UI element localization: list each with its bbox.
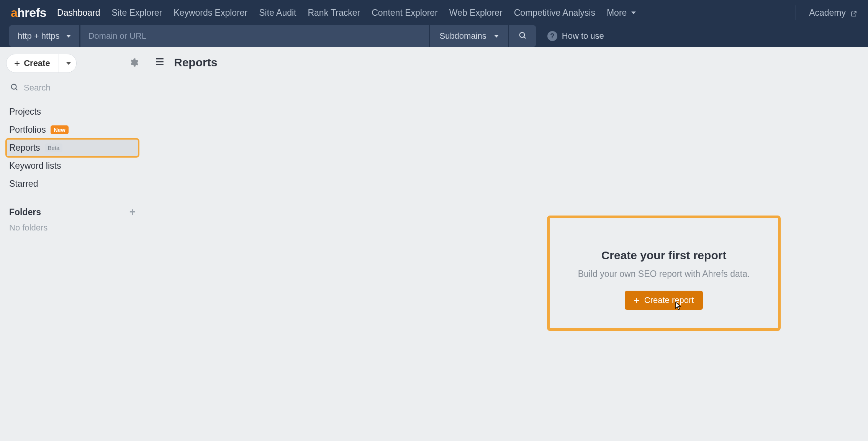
nav-dashboard[interactable]: Dashboard: [57, 8, 100, 18]
search-icon: [518, 31, 527, 41]
caret-down-icon: [494, 35, 499, 38]
page-title: Reports: [174, 56, 217, 69]
svg-line-3: [16, 89, 17, 90]
create-button: + Create: [6, 54, 77, 73]
cursor-icon: [673, 301, 681, 314]
sidebar-item-reports[interactable]: Reports Beta: [6, 139, 139, 157]
create-label: Create: [24, 58, 50, 68]
nav-rank-tracker[interactable]: Rank Tracker: [308, 8, 360, 18]
sidebar-toggle[interactable]: [154, 57, 165, 68]
caret-down-icon: [66, 35, 71, 38]
gear-icon: [129, 62, 139, 69]
main: Reports Create your first report Build y…: [145, 47, 868, 441]
nav-academy-label: Academy: [809, 8, 846, 18]
nav-competitive-analysis[interactable]: Competitive Analysis: [514, 8, 595, 18]
create-button-main[interactable]: + Create: [7, 58, 59, 68]
sidebar: + Create Projects Portfolios: [0, 47, 145, 441]
how-to-use[interactable]: ? How to use: [547, 31, 604, 41]
folders-heading: Folders +: [6, 204, 139, 220]
sidebar-item-label: Portfolios: [9, 125, 46, 135]
hamburger-icon: [154, 61, 165, 68]
nav-divider: [796, 5, 796, 20]
nav-site-audit[interactable]: Site Audit: [259, 8, 296, 18]
url-input[interactable]: [80, 25, 429, 47]
create-report-button[interactable]: + Create report: [625, 291, 703, 310]
nav-keywords-explorer[interactable]: Keywords Explorer: [174, 8, 247, 18]
top-nav: ahrefs Dashboard Site Explorer Keywords …: [0, 0, 868, 25]
question-icon: ?: [547, 31, 557, 41]
main-head: Reports: [154, 56, 859, 69]
svg-line-1: [524, 37, 526, 38]
create-button-dropdown[interactable]: [59, 54, 76, 72]
nav-more[interactable]: More: [607, 8, 636, 18]
external-link-icon: [850, 9, 857, 16]
svg-point-2: [11, 84, 16, 89]
folders-heading-label: Folders: [9, 207, 41, 217]
badge-beta: Beta: [45, 143, 63, 152]
empty-state-subtitle: Build your own SEO report with Ahrefs da…: [559, 269, 769, 279]
search-button[interactable]: [509, 25, 536, 47]
empty-state-title: Create your first report: [559, 249, 769, 262]
plus-icon: +: [14, 58, 20, 68]
how-to-use-label: How to use: [562, 31, 604, 41]
nav-web-explorer[interactable]: Web Explorer: [449, 8, 503, 18]
nav-more-label: More: [607, 8, 627, 18]
mode-label: Subdomains: [439, 31, 486, 41]
sidebar-item-label: Reports: [9, 143, 40, 153]
sidebar-item-starred[interactable]: Starred: [6, 175, 139, 193]
folders-empty: No folders: [6, 220, 139, 235]
logo-rest: hrefs: [17, 6, 46, 20]
logo[interactable]: ahrefs: [11, 6, 46, 20]
nav-items: Dashboard Site Explorer Keywords Explore…: [57, 8, 783, 18]
badge-new: New: [51, 125, 69, 134]
create-report-label: Create report: [644, 295, 694, 305]
plus-icon: +: [634, 295, 640, 305]
settings-button[interactable]: [129, 58, 139, 69]
search-bar: http + https Subdomains ? How to use: [0, 25, 868, 47]
nav-content-explorer[interactable]: Content Explorer: [372, 8, 438, 18]
sidebar-item-projects[interactable]: Projects: [6, 103, 139, 121]
search-icon: [10, 83, 18, 93]
body: + Create Projects Portfolios: [0, 47, 868, 441]
mode-select[interactable]: Subdomains: [430, 25, 508, 47]
svg-point-0: [519, 33, 524, 38]
caret-down-icon: [66, 62, 71, 65]
add-folder-button[interactable]: +: [129, 207, 136, 217]
sidebar-list: Projects Portfolios New Reports Beta Key…: [6, 103, 139, 193]
nav-academy[interactable]: Academy: [809, 8, 857, 18]
sidebar-item-keyword-lists[interactable]: Keyword lists: [6, 157, 139, 175]
sidebar-search[interactable]: [6, 80, 139, 96]
logo-letter-a: a: [11, 6, 17, 20]
sidebar-search-input[interactable]: [24, 83, 135, 93]
protocol-label: http + https: [18, 31, 59, 41]
empty-state-card: Create your first report Build your own …: [547, 216, 781, 331]
sidebar-item-portfolios[interactable]: Portfolios New: [6, 121, 139, 139]
nav-site-explorer[interactable]: Site Explorer: [112, 8, 162, 18]
sidebar-top: + Create: [6, 54, 139, 73]
caret-down-icon: [631, 12, 636, 14]
protocol-select[interactable]: http + https: [9, 25, 79, 47]
